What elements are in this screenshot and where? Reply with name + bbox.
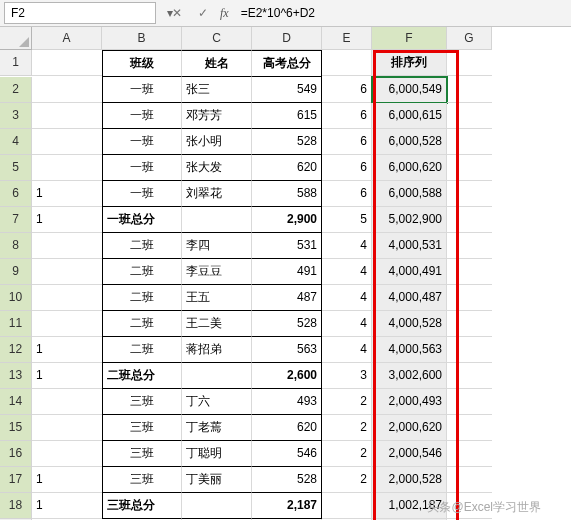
cell-9-G[interactable] [447,259,492,285]
cell-16-G[interactable] [447,441,492,467]
cell-1-E[interactable] [322,50,372,76]
row-header-17[interactable]: 17 [0,467,32,493]
cell-10-D[interactable]: 487 [252,285,322,311]
cell-9-E[interactable]: 4 [322,259,372,285]
cell-5-A[interactable] [32,155,102,181]
cell-7-C[interactable] [182,207,252,233]
row-header-6[interactable]: 6 [0,181,32,207]
cell-4-G[interactable] [447,129,492,155]
cell-13-B[interactable]: 二班总分 [102,363,182,389]
cell-9-D[interactable]: 491 [252,259,322,285]
cell-17-A[interactable]: 1 [32,467,102,493]
cell-17-F[interactable]: 2,000,528 [372,467,447,493]
cell-9-C[interactable]: 李豆豆 [182,259,252,285]
cell-15-B[interactable]: 三班 [102,415,182,441]
cell-18-E[interactable] [322,493,372,519]
cell-13-C[interactable] [182,363,252,389]
cell-15-F[interactable]: 2,000,620 [372,415,447,441]
cell-10-A[interactable] [32,285,102,311]
cell-2-F[interactable]: 6,000,549 [372,77,447,103]
cell-5-F[interactable]: 6,000,620 [372,155,447,181]
cell-16-E[interactable]: 2 [322,441,372,467]
cell-14-D[interactable]: 493 [252,389,322,415]
cell-16-C[interactable]: 丁聪明 [182,441,252,467]
cell-12-E[interactable]: 4 [322,337,372,363]
cell-5-E[interactable]: 6 [322,155,372,181]
cell-6-E[interactable]: 6 [322,181,372,207]
cell-5-B[interactable]: 一班 [102,155,182,181]
cell-11-G[interactable] [447,311,492,337]
cell-8-F[interactable]: 4,000,531 [372,233,447,259]
cell-2-D[interactable]: 549 [252,77,322,103]
formula-input[interactable] [239,0,571,27]
col-header-D[interactable]: D [252,27,322,50]
cell-10-B[interactable]: 二班 [102,285,182,311]
cell-5-C[interactable]: 张大发 [182,155,252,181]
cell-15-D[interactable]: 620 [252,415,322,441]
row-header-7[interactable]: 7 [0,207,32,233]
cell-3-A[interactable] [32,103,102,129]
cell-11-D[interactable]: 528 [252,311,322,337]
cell-18-B[interactable]: 三班总分 [102,493,182,519]
cell-2-C[interactable]: 张三 [182,77,252,103]
select-all-corner[interactable] [0,27,32,50]
cell-8-B[interactable]: 二班 [102,233,182,259]
col-header-A[interactable]: A [32,27,102,50]
cell-12-C[interactable]: 蒋招弟 [182,337,252,363]
cell-10-F[interactable]: 4,000,487 [372,285,447,311]
cell-11-C[interactable]: 王二美 [182,311,252,337]
cell-13-F[interactable]: 3,002,600 [372,363,447,389]
fx-icon[interactable]: fx [220,6,229,21]
cell-5-G[interactable] [447,155,492,181]
cell-18-C[interactable] [182,493,252,519]
cell-16-A[interactable] [32,441,102,467]
cell-10-C[interactable]: 王五 [182,285,252,311]
cell-16-F[interactable]: 2,000,546 [372,441,447,467]
cancel-icon[interactable]: ✕ [168,6,186,20]
cell-2-E[interactable]: 6 [322,77,372,103]
cell-3-G[interactable] [447,103,492,129]
row-header-13[interactable]: 13 [0,363,32,389]
row-header-4[interactable]: 4 [0,129,32,155]
cell-3-D[interactable]: 615 [252,103,322,129]
cell-17-E[interactable]: 2 [322,467,372,493]
cell-4-C[interactable]: 张小明 [182,129,252,155]
cell-3-F[interactable]: 6,000,615 [372,103,447,129]
cell-15-C[interactable]: 丁老蔫 [182,415,252,441]
col-header-G[interactable]: G [447,27,492,50]
cell-2-G[interactable] [447,77,492,103]
cell-1-G[interactable] [447,50,492,76]
cell-14-A[interactable] [32,389,102,415]
cell-8-C[interactable]: 李四 [182,233,252,259]
cell-14-G[interactable] [447,389,492,415]
cell-14-B[interactable]: 三班 [102,389,182,415]
cell-18-F[interactable]: 1,002,187 [372,493,447,519]
cell-7-G[interactable] [447,207,492,233]
cell-3-B[interactable]: 一班 [102,103,182,129]
cell-4-D[interactable]: 528 [252,129,322,155]
cell-11-E[interactable]: 4 [322,311,372,337]
cell-7-D[interactable]: 2,900 [252,207,322,233]
cell-15-G[interactable] [447,415,492,441]
row-header-3[interactable]: 3 [0,103,32,129]
cell-16-B[interactable]: 三班 [102,441,182,467]
cell-1-F[interactable]: 排序列 [372,50,447,76]
cell-4-B[interactable]: 一班 [102,129,182,155]
cell-13-G[interactable] [447,363,492,389]
cell-6-D[interactable]: 588 [252,181,322,207]
cell-18-G[interactable] [447,493,492,519]
row-header-2[interactable]: 2 [0,77,32,103]
cell-13-D[interactable]: 2,600 [252,363,322,389]
cell-8-A[interactable] [32,233,102,259]
col-header-B[interactable]: B [102,27,182,50]
cell-9-B[interactable]: 二班 [102,259,182,285]
cell-7-B[interactable]: 一班总分 [102,207,182,233]
row-header-5[interactable]: 5 [0,155,32,181]
cell-14-E[interactable]: 2 [322,389,372,415]
cell-9-A[interactable] [32,259,102,285]
cell-1-A[interactable] [32,50,102,76]
row-header-12[interactable]: 12 [0,337,32,363]
cell-7-E[interactable]: 5 [322,207,372,233]
cell-17-G[interactable] [447,467,492,493]
cell-6-C[interactable]: 刘翠花 [182,181,252,207]
